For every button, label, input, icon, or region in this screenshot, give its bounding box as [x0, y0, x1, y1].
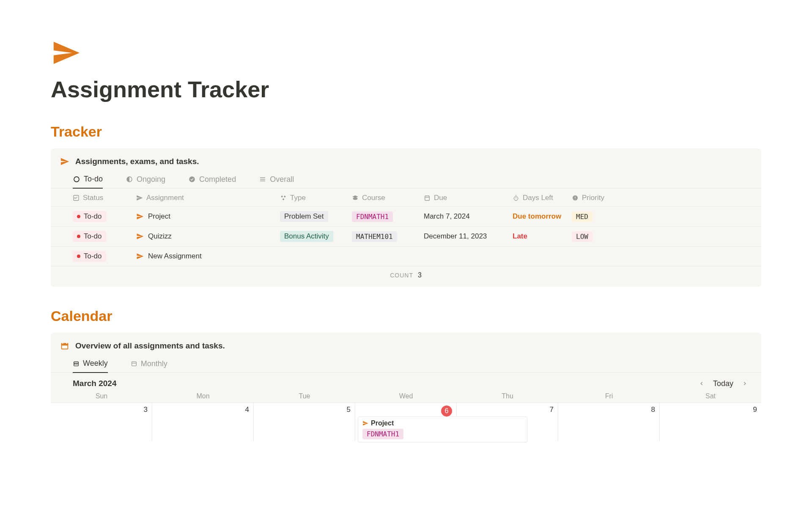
- calendar-cell[interactable]: 3: [51, 403, 152, 441]
- days-left: Late: [513, 232, 572, 241]
- days-left: Due tomorrow: [513, 212, 572, 221]
- chevron-right-icon[interactable]: [740, 379, 749, 388]
- day-head: Mon: [152, 392, 254, 400]
- status-text: To-do: [84, 252, 102, 260]
- graduation-cap-icon: [352, 195, 359, 201]
- calendar-week-icon: [73, 360, 80, 367]
- col-label: Type: [290, 194, 306, 202]
- col-label: Assignment: [146, 194, 184, 202]
- tab-label: To-do: [84, 175, 103, 184]
- tab-weekly[interactable]: Weekly: [73, 356, 108, 373]
- tab-monthly[interactable]: Monthly: [131, 356, 167, 373]
- due-date: March 7, 2024: [424, 212, 513, 221]
- svg-rect-22: [62, 345, 68, 348]
- tab-todo[interactable]: To-do: [73, 172, 103, 189]
- svg-rect-3: [260, 178, 265, 178]
- event-title: Project: [371, 419, 394, 427]
- paper-plane-icon: [136, 233, 144, 240]
- table-row[interactable]: To-do Quizizz Bonus Activity MATHEM101 D…: [51, 227, 761, 247]
- svg-rect-5: [260, 181, 265, 181]
- table-row[interactable]: To-do New Assignment: [51, 247, 761, 266]
- priority-badge: MED: [572, 211, 593, 222]
- tab-completed[interactable]: Completed: [188, 172, 236, 188]
- paper-plane-icon: [136, 252, 144, 260]
- day-head: Thu: [457, 392, 558, 400]
- col-label: Days Left: [523, 194, 553, 202]
- paper-plane-icon: [136, 213, 144, 220]
- calendar-icon: [424, 195, 431, 201]
- tracker-card: Assignments, exams, and tasks. To-do Ong…: [51, 148, 761, 287]
- svg-rect-30: [132, 362, 136, 366]
- tab-label: Completed: [199, 175, 236, 184]
- svg-rect-28: [76, 364, 77, 364]
- dot-icon: [77, 255, 80, 258]
- status-badge: To-do: [73, 231, 106, 242]
- tab-overall[interactable]: Overall: [259, 172, 294, 188]
- count-label: COUNT: [390, 272, 413, 279]
- list-icon: [259, 175, 266, 183]
- calendar-cell[interactable]: 5: [254, 403, 355, 441]
- day-head: Wed: [355, 392, 457, 400]
- svg-rect-18: [575, 197, 575, 198]
- due-date: December 11, 2023: [424, 232, 513, 241]
- calendar-cell[interactable]: 6 Project FDNMATH1: [355, 403, 457, 441]
- count-row: COUNT 3: [51, 266, 761, 282]
- chevron-left-icon[interactable]: [697, 379, 706, 388]
- tab-label: Monthly: [141, 359, 167, 368]
- paper-plane-icon: [60, 157, 69, 166]
- type-icon: [280, 195, 287, 201]
- stopwatch-icon: [513, 195, 519, 201]
- calendar-cell[interactable]: 8: [558, 403, 660, 441]
- svg-rect-29: [77, 364, 78, 364]
- calendar-event[interactable]: Project FDNMATH1: [358, 417, 527, 442]
- tracker-table: Status Assignment Type Course Due: [51, 189, 761, 282]
- tracker-heading: Tracker: [51, 123, 761, 140]
- tab-label: Ongoing: [137, 175, 165, 184]
- svg-point-9: [283, 198, 284, 200]
- calendar-month-label: March 2024: [73, 379, 117, 388]
- calendar-toolbar: March 2024 Today: [51, 373, 761, 392]
- svg-point-2: [189, 176, 195, 182]
- cal-date: 4: [156, 406, 249, 414]
- table-row[interactable]: To-do Project Problem Set FDNMATH1 March…: [51, 207, 761, 227]
- tab-ongoing[interactable]: Ongoing: [126, 172, 165, 188]
- tab-label: Overall: [270, 175, 294, 184]
- type-badge: Problem Set: [280, 211, 328, 222]
- calendar-month-icon: [131, 360, 137, 367]
- tracker-card-title: Assignments, exams, and tasks.: [75, 157, 199, 166]
- day-head: Sat: [660, 392, 761, 400]
- calendar-cell[interactable]: 9: [660, 403, 761, 441]
- today-badge: 6: [441, 406, 452, 417]
- calendar-grid: 3 4 5 6 Project FDNMATH1 7 8 9: [51, 403, 761, 441]
- count-value: 3: [418, 271, 422, 279]
- col-label: Status: [83, 194, 103, 202]
- paper-plane-icon: [51, 38, 761, 68]
- calendar-card-title: Overview of all assignments and tasks.: [75, 341, 225, 351]
- day-head: Fri: [558, 392, 660, 400]
- today-button[interactable]: Today: [713, 379, 733, 388]
- assignment-name: Quizizz: [148, 232, 172, 241]
- assignment-name: New Assignment: [148, 252, 202, 260]
- circle-icon: [73, 175, 80, 183]
- calendar-tabs: Weekly Monthly: [51, 356, 761, 373]
- cal-date: 5: [258, 406, 351, 414]
- status-text: To-do: [84, 212, 102, 221]
- dot-icon: [77, 215, 80, 218]
- col-label: Course: [362, 194, 385, 202]
- paper-plane-icon: [362, 420, 368, 426]
- status-text: To-do: [84, 232, 102, 241]
- table-header: Status Assignment Type Course Due: [51, 189, 761, 207]
- paper-plane-icon: [136, 195, 143, 201]
- priority-badge: LOW: [572, 231, 593, 242]
- svg-rect-4: [260, 179, 265, 180]
- svg-rect-19: [575, 199, 575, 199]
- calendar-cell[interactable]: 4: [152, 403, 254, 441]
- svg-rect-21: [61, 343, 69, 345]
- svg-point-7: [281, 196, 283, 197]
- col-label: Priority: [582, 194, 604, 202]
- calendar-icon: [60, 341, 69, 351]
- svg-point-0: [74, 177, 79, 182]
- cal-date: 9: [664, 406, 757, 414]
- tab-label: Weekly: [83, 359, 108, 368]
- svg-rect-27: [74, 364, 75, 364]
